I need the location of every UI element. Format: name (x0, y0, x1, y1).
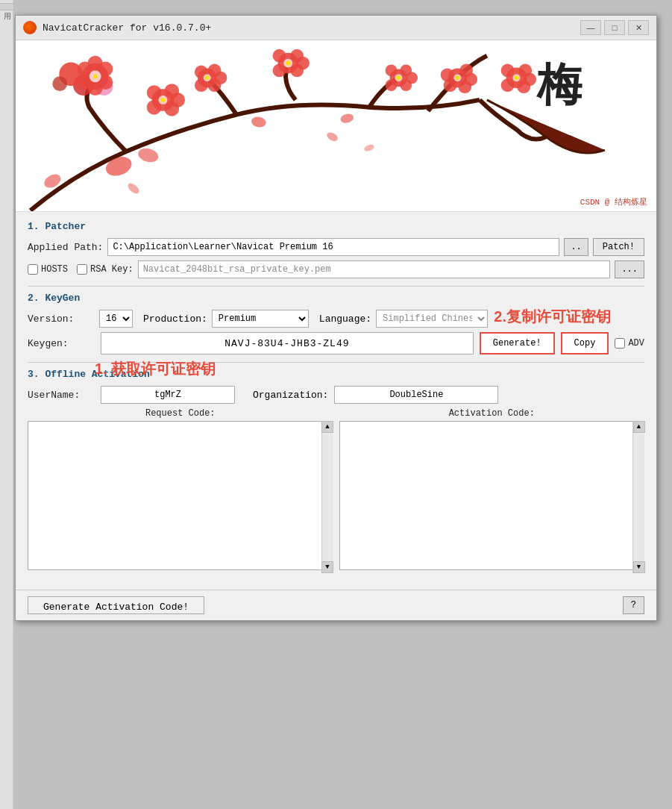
csdn-watermark: CSDN @ 结构炼星 (577, 196, 650, 208)
svg-point-67 (455, 75, 459, 80)
svg-point-68 (514, 75, 518, 80)
activation-code-textarea[interactable] (339, 421, 645, 570)
svg-point-52 (325, 131, 339, 143)
version-select[interactable]: 16 (99, 310, 133, 328)
title-bar: NavicatCracker for v16.0.7.0+ — □ ✕ (16, 16, 656, 40)
svg-point-43 (458, 80, 471, 93)
keygen-options-row: Version: 16 Production: Premium Language… (28, 310, 644, 328)
offline-title: 3. Offline Activation (28, 369, 644, 380)
main-window: NavicatCracker for v16.0.7.0+ — □ ✕ (15, 15, 657, 621)
adv-checkbox[interactable] (615, 338, 625, 349)
request-code-col: Request Code: ▲ ▼ (28, 408, 333, 573)
sidebar-tab-1[interactable]: 用 (0, 3, 14, 10)
svg-point-62 (93, 74, 98, 78)
svg-point-54 (126, 181, 141, 196)
copy-button[interactable]: Copy (561, 332, 609, 354)
window-title: NavicatCracker for v16.0.7.0+ (43, 22, 211, 34)
bottom-bar: Generate Activation Code! ? (16, 590, 656, 620)
title-bar-left: NavicatCracker for v16.0.7.0+ (23, 21, 211, 34)
generate-button[interactable]: Generate! (480, 332, 555, 354)
activation-scroll-down[interactable]: ▼ (633, 561, 645, 573)
activation-code-wrapper: ▲ ▼ (339, 421, 645, 573)
version-label: Version: (28, 313, 95, 325)
user-org-row: UserName: Organization: (28, 386, 644, 404)
svg-point-48 (136, 146, 160, 164)
applied-path-label: Applied Path: (28, 242, 103, 253)
organization-input[interactable] (334, 386, 498, 404)
divider-1 (28, 286, 644, 287)
svg-point-31 (273, 49, 286, 63)
generate-activation-button[interactable]: Generate Activation Code! (28, 596, 204, 614)
svg-point-66 (396, 75, 401, 80)
rsa-row: HOSTS RSA Key: ... (28, 260, 644, 278)
svg-point-53 (363, 143, 375, 152)
keygen-label: Keygen: (28, 338, 95, 349)
svg-point-65 (286, 61, 290, 66)
keygen-key-row: Keygen: Generate! Copy ADV 1. 获取许可证密钥 2.… (28, 332, 644, 354)
window-controls: — □ ✕ (580, 20, 649, 35)
svg-point-15 (164, 101, 179, 116)
svg-point-63 (161, 98, 166, 102)
offline-section: 3. Offline Activation UserName: Organiza… (28, 369, 644, 573)
production-label: Production: (143, 313, 207, 325)
keygen-section: 2. KeyGen Version: 16 Production: Premiu… (28, 293, 644, 354)
svg-point-58 (517, 80, 530, 93)
banner: 梅 CSDN @ 结构炼星 (16, 40, 656, 212)
activation-scroll-up[interactable]: ▲ (633, 421, 645, 433)
rsa-input[interactable] (138, 260, 611, 278)
applied-path-input[interactable] (107, 238, 559, 256)
svg-point-64 (205, 75, 210, 80)
keygen-title: 2. KeyGen (28, 293, 644, 304)
activation-code-label: Activation Code: (339, 408, 645, 419)
request-scrollbar: ▲ ▼ (321, 421, 333, 573)
svg-point-22 (208, 78, 222, 92)
svg-point-29 (290, 64, 304, 78)
request-scroll-up[interactable]: ▲ (321, 421, 333, 433)
svg-point-45 (441, 68, 454, 81)
svg-point-60 (501, 64, 515, 78)
content-area: 1. Patcher Applied Path: .. Patch! HOSTS (16, 212, 656, 590)
sidebar-strip: 用 (0, 0, 13, 636)
hosts-checkbox[interactable] (28, 264, 38, 275)
activation-scrollbar: ▲ ▼ (632, 421, 644, 573)
patcher-title: 1. Patcher (28, 221, 644, 232)
browse-button[interactable]: .. (564, 238, 588, 256)
rsa-checkbox-label[interactable]: RSA Key: (77, 264, 134, 275)
applied-path-row: Applied Path: .. Patch! (28, 238, 644, 256)
username-label: UserName: (28, 390, 95, 401)
hosts-checkbox-label[interactable]: HOSTS (28, 264, 68, 275)
rsa-checkbox[interactable] (77, 264, 87, 275)
username-input[interactable] (101, 386, 235, 404)
adv-checkbox-label[interactable]: ADV (615, 338, 644, 349)
code-areas: Request Code: ▲ ▼ Activa (28, 408, 644, 573)
svg-point-38 (386, 65, 398, 77)
patch-button[interactable]: Patch! (593, 238, 644, 256)
rsa-browse-button[interactable]: ... (615, 260, 644, 278)
hosts-label: HOSTS (41, 264, 68, 275)
request-code-textarea[interactable] (28, 421, 333, 570)
patcher-section: 1. Patcher Applied Path: .. Patch! HOSTS (28, 221, 644, 278)
app-icon (23, 21, 37, 34)
maximize-button[interactable]: □ (604, 20, 625, 35)
request-code-wrapper: ▲ ▼ (28, 421, 333, 573)
divider-2 (28, 362, 644, 363)
svg-point-59 (501, 78, 515, 92)
activation-code-col: Activation Code: ▲ ▼ (339, 408, 645, 573)
main-content: 1. Patcher Applied Path: .. Patch! HOSTS (16, 212, 656, 620)
help-button[interactable]: ? (623, 596, 644, 614)
svg-point-51 (339, 113, 354, 125)
production-select[interactable]: Premium (212, 310, 309, 328)
minimize-button[interactable]: — (580, 20, 601, 35)
language-label: Language: (319, 313, 371, 325)
request-scroll-down[interactable]: ▼ (321, 561, 333, 573)
language-select[interactable]: Simplified Chinese (376, 310, 488, 328)
rsa-label: RSA Key: (90, 264, 134, 275)
svg-point-37 (386, 79, 398, 91)
svg-point-30 (273, 64, 286, 78)
keygen-key-input[interactable] (101, 332, 474, 354)
svg-point-36 (400, 79, 412, 91)
svg-point-50 (251, 116, 267, 128)
banner-chinese-char: 梅 (537, 55, 582, 116)
request-code-label: Request Code: (28, 408, 333, 419)
close-button[interactable]: ✕ (628, 20, 649, 35)
